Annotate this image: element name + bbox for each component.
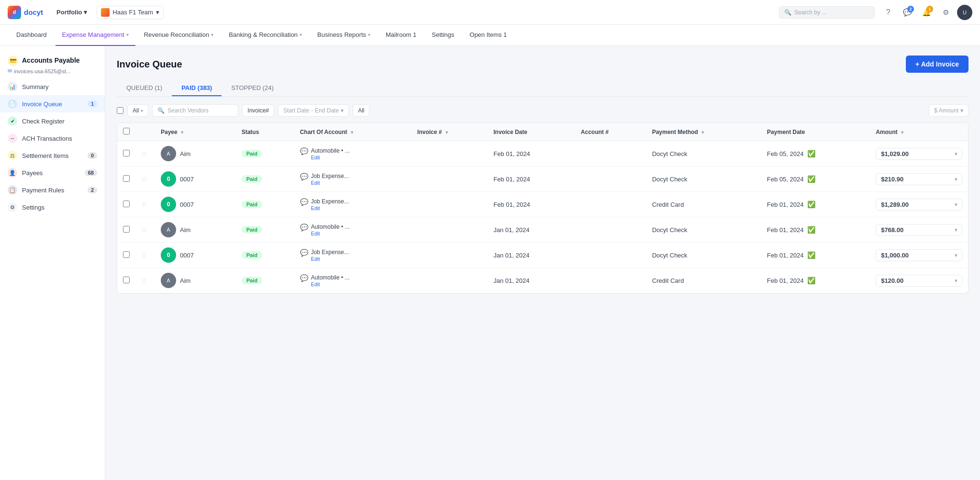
global-search[interactable]: 🔍 Search by ... xyxy=(779,6,875,19)
amount-dropdown[interactable]: $210.90 ▾ xyxy=(876,173,962,185)
comment-icon[interactable]: 💬 xyxy=(300,223,308,231)
row-coa-cell: 💬 Automobile • ... Edit xyxy=(294,141,412,167)
nav-open-items[interactable]: Open Items 1 xyxy=(463,25,513,46)
nav-mailroom[interactable]: Mailroom 1 xyxy=(379,25,423,46)
settings-button[interactable]: ⚙ xyxy=(938,5,953,20)
sidebar-item-payees[interactable]: 👤 Payees 68 xyxy=(0,164,105,181)
nav-settings[interactable]: Settings xyxy=(425,25,461,46)
settlement-icon: ⚖ xyxy=(8,151,17,160)
logo-text: docyt xyxy=(24,8,43,16)
vendor-search-icon: 🔍 xyxy=(157,107,165,114)
tab-paid-label: PAID (383) xyxy=(181,84,212,91)
row-star-cell: ☆ xyxy=(135,192,155,217)
amount-dropdown[interactable]: $1,000.00 ▾ xyxy=(876,249,962,261)
row-status-cell: Paid xyxy=(236,141,294,167)
payment-check-icon: ✅ xyxy=(807,150,815,157)
star-icon[interactable]: ☆ xyxy=(141,175,147,183)
sidebar-item-settlement[interactable]: ⚖ Settlement Items 0 xyxy=(0,147,105,164)
star-icon[interactable]: ☆ xyxy=(141,150,147,157)
vendor-search-placeholder: Search Vendors xyxy=(167,107,208,114)
row-amount-cell: $768.00 ▾ xyxy=(870,217,968,243)
sidebar-item-summary[interactable]: 📊 Summary xyxy=(0,78,105,95)
amount-dropdown[interactable]: $120.00 ▾ xyxy=(876,275,962,287)
filter-bar: All ▾ 🔍 Search Vendors Invoice# Start Da… xyxy=(117,104,969,117)
nav-dashboard[interactable]: Dashboard xyxy=(10,25,54,46)
row-checkbox[interactable] xyxy=(123,175,130,182)
row-checkbox[interactable] xyxy=(123,150,130,156)
tab-queued[interactable]: QUEUED (1) xyxy=(117,80,172,96)
comment-icon[interactable]: 💬 xyxy=(300,274,308,282)
sidebar-invoice-label: Invoice Queue xyxy=(22,100,62,108)
row-checkbox[interactable] xyxy=(123,201,130,207)
amount-chevron-icon[interactable]: ▾ xyxy=(955,253,957,258)
row-payment-date: Feb 01, 2024 ✅ xyxy=(761,217,870,243)
date-range-filter[interactable]: Start Date - End Date ▾ xyxy=(278,104,349,117)
row-checkbox[interactable] xyxy=(123,226,130,233)
coa-edit-link[interactable]: Edit xyxy=(311,231,350,236)
select-all-checkbox[interactable] xyxy=(117,107,123,114)
invoice-number-filter[interactable]: Invoice# xyxy=(242,104,274,117)
nav-open-items-label: Open Items 1 xyxy=(469,31,507,38)
nav-expense-management[interactable]: Expense Management ▾ xyxy=(56,25,135,46)
sidebar-item-settings[interactable]: ⚙ Settings xyxy=(0,199,105,216)
amount-filter[interactable]: $ Amount ▾ xyxy=(929,104,969,117)
amount-chevron-icon[interactable]: ▾ xyxy=(955,202,957,207)
second-nav: Dashboard Expense Management ▾ Revenue R… xyxy=(0,25,980,46)
user-avatar[interactable]: U xyxy=(957,5,972,20)
amount-dropdown[interactable]: $768.00 ▾ xyxy=(876,224,962,236)
team-selector[interactable]: Haas F1 Team ▾ xyxy=(97,6,163,19)
star-icon[interactable]: ☆ xyxy=(141,277,147,284)
comment-icon[interactable]: 💬 xyxy=(300,249,308,257)
add-invoice-button[interactable]: + Add Invoice xyxy=(906,56,969,73)
header-checkbox[interactable] xyxy=(123,128,130,134)
amount-dropdown[interactable]: $1,289.00 ▾ xyxy=(876,199,962,211)
comment-icon[interactable]: 💬 xyxy=(300,173,308,180)
nav-business-reports[interactable]: Business Reports ▾ xyxy=(311,25,377,46)
amount-chevron-icon[interactable]: ▾ xyxy=(955,151,957,156)
page-header: Invoice Queue + Add Invoice xyxy=(117,56,969,73)
status-filter[interactable]: All xyxy=(353,104,369,117)
star-icon[interactable]: ☆ xyxy=(141,201,147,208)
coa-edit-link[interactable]: Edit xyxy=(311,155,350,160)
sidebar-item-payment-rules[interactable]: 📋 Payment Rules 2 xyxy=(0,181,105,199)
amount-chevron-icon[interactable]: ▾ xyxy=(955,278,957,283)
coa-edit-link[interactable]: Edit xyxy=(311,256,349,262)
help-button[interactable]: ? xyxy=(880,5,896,20)
logo[interactable]: d docyt xyxy=(8,6,43,19)
row-checkbox[interactable] xyxy=(123,251,130,258)
coa-edit-link[interactable]: Edit xyxy=(311,180,349,186)
vendor-search[interactable]: 🔍 Search Vendors xyxy=(152,104,238,117)
nav-banking[interactable]: Banking & Reconciliation ▾ xyxy=(222,25,309,46)
amount-chevron-icon[interactable]: ▾ xyxy=(955,177,957,182)
coa-edit-link[interactable]: Edit xyxy=(311,205,349,211)
row-status-cell: Paid xyxy=(236,243,294,268)
th-account-num: Account # xyxy=(575,123,646,141)
star-icon[interactable]: ☆ xyxy=(141,251,147,259)
chat-button[interactable]: 💬 2 xyxy=(900,5,915,20)
comment-icon[interactable]: 💬 xyxy=(300,198,308,206)
sidebar-item-ach[interactable]: ↔ ACH Transactions xyxy=(0,130,105,147)
amount-dropdown[interactable]: $1,029.00 ▾ xyxy=(876,148,962,160)
tab-paid[interactable]: PAID (383) xyxy=(172,80,222,96)
row-payment-method: Credit Card xyxy=(646,268,761,293)
nav-revenue-reconciliation[interactable]: Revenue Reconciliation ▾ xyxy=(137,25,221,46)
amount-chevron-icon[interactable]: ▾ xyxy=(955,227,957,233)
all-filter[interactable]: All ▾ xyxy=(127,104,148,117)
portfolio-label: Portfolio xyxy=(56,9,82,16)
coa-edit-link[interactable]: Edit xyxy=(311,281,350,287)
portfolio-selector[interactable]: Portfolio ▾ xyxy=(53,7,91,18)
row-invoice-date: Feb 01, 2024 xyxy=(488,141,575,167)
row-checkbox[interactable] xyxy=(123,277,130,283)
chat-badge: 2 xyxy=(907,6,914,12)
invoice-tabs: QUEUED (1) PAID (383) STOPPED (24) xyxy=(117,80,969,97)
tab-stopped[interactable]: STOPPED (24) xyxy=(222,80,283,96)
comment-icon[interactable]: 💬 xyxy=(300,147,308,155)
add-invoice-label: + Add Invoice xyxy=(915,60,959,68)
sidebar-item-check-register[interactable]: ✔ Check Register xyxy=(0,112,105,130)
payee-avatar: A xyxy=(161,146,176,161)
bell-button[interactable]: 🔔 1 xyxy=(919,5,934,20)
nav-banking-chevron: ▾ xyxy=(300,32,302,37)
row-status-cell: Paid xyxy=(236,192,294,217)
star-icon[interactable]: ☆ xyxy=(141,226,147,234)
sidebar-item-invoice-queue[interactable]: 📄 Invoice Queue 1 xyxy=(0,95,105,112)
